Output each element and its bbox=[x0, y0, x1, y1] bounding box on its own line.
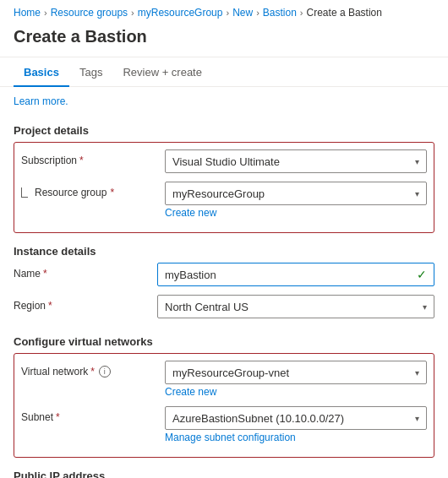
resource-group-chevron: ▾ bbox=[415, 189, 419, 198]
breadcrumb-bastion[interactable]: Bastion bbox=[263, 7, 297, 19]
name-row: Name * myBastion ✓ bbox=[14, 263, 434, 286]
vnet-control: myResourceGroup-vnet ▾ Create new bbox=[165, 361, 427, 398]
indent-label: Resource group * bbox=[21, 187, 114, 198]
breadcrumb-new[interactable]: New bbox=[232, 7, 253, 19]
subscription-required: * bbox=[79, 155, 84, 166]
name-required: * bbox=[43, 268, 47, 280]
vnet-required: * bbox=[90, 366, 95, 378]
tabs-container: Basics Tags Review + create bbox=[0, 57, 448, 87]
region-required: * bbox=[48, 300, 52, 312]
vnet-info-icon[interactable]: i bbox=[99, 366, 111, 378]
subnet-control: AzureBastionSubnet (10.10.0.0/27) ▾ Mana… bbox=[165, 406, 427, 443]
breadcrumb-current: Create a Bastion bbox=[307, 7, 382, 19]
subscription-value: Visual Studio Ultimate bbox=[172, 155, 280, 168]
region-chevron: ▾ bbox=[423, 302, 427, 312]
subnet-required: * bbox=[56, 411, 60, 423]
breadcrumb-sep-1: › bbox=[44, 8, 47, 18]
breadcrumb-sep-2: › bbox=[131, 8, 134, 18]
breadcrumb-resource-groups[interactable]: Resource groups bbox=[51, 7, 128, 19]
vnet-label: Virtual network * i bbox=[21, 361, 165, 378]
region-value: North Central US bbox=[165, 301, 249, 313]
instance-details-form: Name * myBastion ✓ Region * North Centra… bbox=[0, 263, 448, 318]
resource-group-label: Resource group bbox=[35, 187, 107, 198]
resource-group-label-area: Resource group * bbox=[21, 182, 165, 198]
name-value: myBastion bbox=[165, 269, 216, 281]
region-control: North Central US ▾ bbox=[157, 295, 434, 318]
resource-group-create-new[interactable]: Create new bbox=[165, 207, 427, 219]
breadcrumb: Home › Resource groups › myResourceGroup… bbox=[0, 0, 448, 24]
resource-group-value: myResourceGroup bbox=[172, 187, 265, 200]
vnet-create-new[interactable]: Create new bbox=[165, 386, 427, 398]
vnet-dropdown[interactable]: myResourceGroup-vnet ▾ bbox=[165, 361, 427, 384]
project-details-form: Subscription * Visual Studio Ultimate ▾ … bbox=[0, 142, 448, 233]
name-valid-icon: ✓ bbox=[417, 268, 427, 281]
region-label: Region * bbox=[14, 295, 157, 312]
resource-group-control: myResourceGroup ▾ Create new bbox=[165, 182, 427, 219]
breadcrumb-sep-4: › bbox=[256, 8, 260, 18]
region-row: Region * North Central US ▾ bbox=[14, 295, 434, 318]
name-input[interactable]: myBastion ✓ bbox=[157, 263, 434, 286]
vnet-chevron: ▾ bbox=[415, 368, 419, 378]
instance-details-title: Instance details bbox=[0, 236, 448, 263]
project-details-outline: Subscription * Visual Studio Ultimate ▾ … bbox=[14, 142, 434, 233]
subnet-row: Subnet * AzureBastionSubnet (10.10.0.0/2… bbox=[21, 406, 427, 443]
manage-subnet-link[interactable]: Manage subnet configuration bbox=[165, 432, 427, 443]
public-ip-title: Public IP address bbox=[0, 461, 448, 478]
subnet-chevron: ▾ bbox=[415, 414, 419, 423]
subnet-dropdown[interactable]: AzureBastionSubnet (10.10.0.0/27) ▾ bbox=[165, 406, 427, 430]
subnet-value: AzureBastionSubnet (10.10.0.0/27) bbox=[172, 412, 344, 425]
breadcrumb-sep-5: › bbox=[300, 8, 303, 18]
learn-more-link[interactable]: Learn more. bbox=[14, 95, 68, 107]
name-label: Name * bbox=[14, 263, 157, 280]
breadcrumb-home[interactable]: Home bbox=[14, 7, 41, 19]
breadcrumb-sep-3: › bbox=[226, 8, 229, 18]
tab-tags[interactable]: Tags bbox=[69, 57, 112, 87]
subscription-row: Subscription * Visual Studio Ultimate ▾ bbox=[21, 149, 427, 173]
tab-review-create[interactable]: Review + create bbox=[112, 57, 212, 87]
resource-group-dropdown[interactable]: myResourceGroup ▾ bbox=[165, 182, 427, 205]
resource-group-required: * bbox=[110, 187, 114, 198]
subscription-chevron: ▾ bbox=[415, 157, 419, 166]
subscription-dropdown[interactable]: Visual Studio Ultimate ▾ bbox=[165, 149, 427, 173]
subscription-label: Subscription * bbox=[21, 149, 165, 166]
subnet-label: Subnet * bbox=[21, 406, 165, 423]
page-title: Create a Bastion bbox=[0, 24, 448, 57]
vnet-value: myResourceGroup-vnet bbox=[172, 367, 289, 379]
vnet-outline: Virtual network * i myResourceGroup-vnet… bbox=[14, 353, 434, 458]
tab-basics[interactable]: Basics bbox=[14, 57, 69, 87]
breadcrumb-my-resource-group[interactable]: myResourceGroup bbox=[138, 7, 223, 19]
vnet-title: Configure virtual networks bbox=[0, 327, 448, 353]
vnet-form: Virtual network * i myResourceGroup-vnet… bbox=[0, 353, 448, 458]
project-details-title: Project details bbox=[0, 116, 448, 142]
description-text: Learn more. bbox=[0, 95, 448, 116]
vnet-row: Virtual network * i myResourceGroup-vnet… bbox=[21, 361, 427, 398]
subscription-control: Visual Studio Ultimate ▾ bbox=[165, 149, 427, 173]
name-control: myBastion ✓ bbox=[157, 263, 434, 286]
resource-group-row: Resource group * myResourceGroup ▾ Creat… bbox=[21, 182, 427, 219]
region-dropdown[interactable]: North Central US ▾ bbox=[157, 295, 434, 318]
